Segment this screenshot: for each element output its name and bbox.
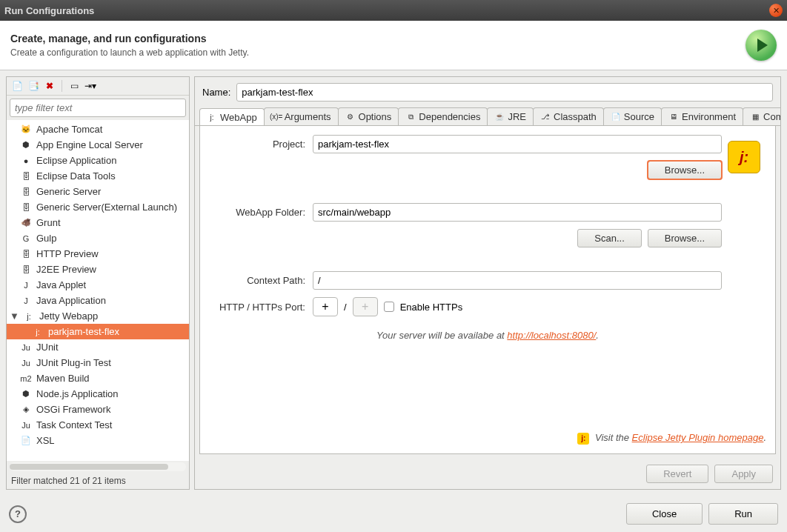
name-label: Name:: [202, 87, 230, 98]
tree-item[interactable]: 🐗Grunt: [7, 215, 189, 230]
tab-classpath[interactable]: ⎇Classpath: [533, 107, 604, 125]
titlebar: Run Configurations ✕: [0, 0, 787, 21]
context-path-input[interactable]: [313, 271, 722, 290]
tab-jre[interactable]: ☕JRE: [487, 107, 534, 125]
config-type-icon: 🗄: [20, 248, 32, 260]
header: Create, manage, and run configurations C…: [0, 21, 787, 70]
tree-item[interactable]: ●Eclipse Application: [7, 153, 189, 168]
config-tree[interactable]: 🐱Apache Tomcat⬢App Engine Local Server●E…: [7, 120, 189, 461]
tab-source[interactable]: 📄Source: [603, 107, 662, 125]
name-input[interactable]: [236, 83, 773, 102]
tab-label: Dependencies: [419, 111, 480, 122]
project-browse-button[interactable]: Browse...: [648, 161, 722, 179]
tab-icon: 🖥: [668, 112, 679, 122]
close-button[interactable]: Close: [626, 503, 703, 525]
run-button[interactable]: Run: [708, 503, 778, 525]
tab-common[interactable]: ▦Common: [743, 107, 780, 125]
left-panel: 📄 📑 ✖ ▭ ⇥▾ 🐱Apache Tomcat⬢App Engine Loc…: [6, 76, 190, 490]
tree-item-child[interactable]: j:parkjam-test-flex: [7, 324, 189, 339]
tree-item[interactable]: 🐱Apache Tomcat: [7, 122, 189, 137]
config-type-icon: 🐱: [20, 124, 32, 136]
tree-item-label: Apache Tomcat: [36, 124, 102, 135]
tree-item-label: HTTP Preview: [36, 248, 99, 259]
tab-label: Arguments: [285, 111, 331, 122]
filter-config-icon[interactable]: ⇥▾: [84, 80, 96, 92]
tab-label: JRE: [508, 111, 526, 122]
config-type-icon: 🗄: [20, 170, 32, 182]
tree-item[interactable]: JuTask Context Test: [7, 417, 189, 433]
new-config-icon[interactable]: 📄: [11, 80, 23, 92]
tab-label: Classpath: [554, 111, 597, 122]
jetty-homepage-link[interactable]: Eclipse Jetty Plugin homepage: [632, 432, 764, 443]
tab-icon: 📄: [611, 112, 621, 122]
revert-button[interactable]: Revert: [646, 465, 708, 483]
collapse-all-icon[interactable]: ▭: [68, 80, 80, 92]
tab-options[interactable]: ⚙Options: [338, 107, 399, 125]
port-label: HTTP / HTTPs Port:: [209, 302, 313, 313]
run-icon: [746, 30, 777, 61]
config-type-icon: Ju: [20, 342, 32, 353]
horizontal-scrollbar[interactable]: [10, 462, 186, 471]
tree-item-label: Grunt: [36, 217, 61, 228]
webapp-folder-input[interactable]: [313, 203, 722, 222]
tree-item[interactable]: 📄XSL: [7, 433, 189, 448]
tree-item[interactable]: JuJUnit Plug-in Test: [7, 355, 189, 370]
apply-button[interactable]: Apply: [714, 465, 773, 483]
tab-icon: ▦: [750, 112, 760, 122]
jetty-small-icon: j:: [577, 433, 589, 445]
window-title: Run Configurations: [4, 5, 94, 16]
dialog-footer: ? Close Run: [0, 496, 787, 532]
tree-item[interactable]: ◈OSGi Framework: [7, 402, 189, 417]
help-icon[interactable]: ?: [9, 505, 27, 523]
config-type-icon: ⬢: [20, 388, 32, 400]
enable-https-checkbox[interactable]: [384, 302, 394, 312]
right-panel: Name: j:WebApp(x)=Arguments⚙Options⧉Depe…: [194, 76, 781, 490]
tree-item-label: Generic Server: [36, 186, 101, 197]
tree-item[interactable]: 🗄HTTP Preview: [7, 246, 189, 262]
close-icon[interactable]: ✕: [769, 4, 783, 17]
tab-body: Project: j: Browse... WebApp Folder: Sca…: [199, 126, 776, 454]
tree-item-label: Generic Server(External Launch): [36, 202, 177, 213]
config-type-icon: G: [20, 233, 32, 245]
tree-item[interactable]: 🗄J2EE Preview: [7, 262, 189, 277]
duplicate-config-icon[interactable]: 📑: [27, 80, 39, 92]
header-title: Create, manage, and run configurations: [10, 33, 746, 44]
tree-item[interactable]: m2Maven Build: [7, 370, 189, 386]
delete-config-icon[interactable]: ✖: [44, 80, 56, 92]
http-port-stepper[interactable]: +: [313, 297, 338, 316]
tree-item[interactable]: JuJUnit: [7, 339, 189, 355]
tab-icon: ⧉: [405, 112, 416, 122]
tree-item[interactable]: 🗄Generic Server: [7, 184, 189, 199]
expand-arrow-icon[interactable]: ▼: [10, 310, 19, 322]
config-type-icon: j:: [23, 310, 35, 322]
tree-item[interactable]: GGulp: [7, 230, 189, 246]
tree-item-label: JUnit Plug-in Test: [36, 357, 111, 368]
tree-item-label: JUnit: [36, 342, 59, 353]
tab-arguments[interactable]: (x)=Arguments: [264, 107, 339, 125]
filter-input[interactable]: [10, 99, 186, 117]
server-url-link[interactable]: http://localhost:8080/: [507, 330, 596, 341]
left-toolbar: 📄 📑 ✖ ▭ ⇥▾: [7, 77, 189, 96]
tree-item[interactable]: 🗄Eclipse Data Tools: [7, 168, 189, 184]
tab-label: Common: [763, 111, 780, 122]
tree-item[interactable]: ⬢App Engine Local Server: [7, 137, 189, 153]
tab-dependencies[interactable]: ⧉Dependencies: [398, 107, 488, 125]
tree-item[interactable]: JJava Application: [7, 293, 189, 308]
scan-button[interactable]: Scan...: [577, 229, 641, 247]
tree-item[interactable]: JJava Applet: [7, 277, 189, 293]
config-type-icon: m2: [20, 373, 32, 385]
footer-link-row: j: Visit the Eclipse Jetty Plugin homepa…: [209, 425, 766, 445]
tab-environment[interactable]: 🖥Environment: [661, 107, 743, 125]
tree-item-label: Gulp: [36, 233, 56, 244]
tree-item-label: App Engine Local Server: [36, 139, 143, 150]
context-path-label: Context Path:: [209, 275, 313, 286]
project-input[interactable]: [313, 135, 722, 153]
tab-label: Source: [624, 111, 654, 122]
tab-webapp[interactable]: j:WebApp: [199, 108, 265, 126]
config-type-icon: Ju: [20, 357, 32, 369]
folder-browse-button[interactable]: Browse...: [648, 229, 722, 247]
config-type-icon: ●: [20, 155, 32, 167]
tree-item[interactable]: 🗄Generic Server(External Launch): [7, 199, 189, 215]
tree-item[interactable]: ⬢Node.js Application: [7, 386, 189, 402]
tree-item[interactable]: ▼j:Jetty Webapp: [7, 308, 189, 324]
